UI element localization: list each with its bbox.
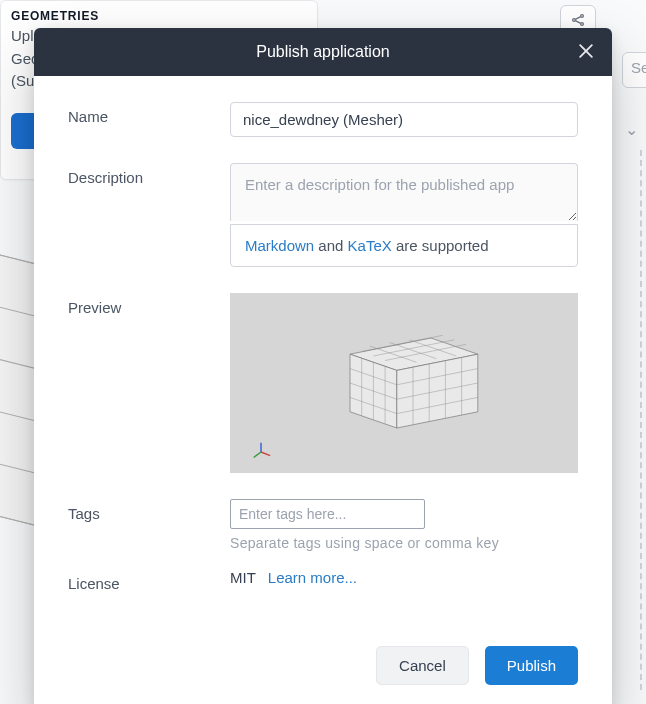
modal-overlay: Publish application Name Description bbox=[0, 0, 646, 704]
svg-line-39 bbox=[254, 452, 261, 458]
name-input[interactable] bbox=[230, 102, 578, 137]
modal-body: Name Description Markdown and KaTeX are … bbox=[34, 76, 612, 628]
tags-help-text: Separate tags using space or comma key bbox=[230, 535, 578, 551]
modal-title: Publish application bbox=[256, 43, 389, 61]
publish-button[interactable]: Publish bbox=[485, 646, 578, 685]
description-textarea[interactable] bbox=[230, 163, 578, 221]
preview-row: Preview bbox=[68, 293, 578, 473]
tags-row: Tags Separate tags using space or comma … bbox=[68, 499, 578, 551]
description-label: Description bbox=[68, 163, 230, 186]
description-help: Markdown and KaTeX are supported bbox=[230, 224, 578, 267]
license-value: MIT bbox=[230, 569, 256, 586]
axes-gizmo-icon bbox=[250, 441, 272, 463]
modal-header: Publish application bbox=[34, 28, 612, 76]
modal-footer: Cancel Publish bbox=[34, 628, 612, 704]
name-label: Name bbox=[68, 102, 230, 125]
name-row: Name bbox=[68, 102, 578, 137]
description-row: Description Markdown and KaTeX are suppo… bbox=[68, 163, 578, 267]
svg-line-38 bbox=[261, 452, 270, 456]
license-learn-more-link[interactable]: Learn more... bbox=[268, 569, 357, 586]
mesh-cube-icon bbox=[314, 318, 494, 448]
tags-input[interactable] bbox=[230, 499, 425, 529]
publish-application-modal: Publish application Name Description bbox=[34, 28, 612, 704]
tags-label: Tags bbox=[68, 499, 230, 522]
preview-image bbox=[230, 293, 578, 473]
license-row: License MIT Learn more... bbox=[68, 569, 578, 592]
cancel-button[interactable]: Cancel bbox=[376, 646, 469, 685]
close-icon bbox=[576, 41, 596, 61]
markdown-link[interactable]: Markdown bbox=[245, 237, 314, 254]
license-label: License bbox=[68, 569, 230, 592]
katex-link[interactable]: KaTeX bbox=[348, 237, 392, 254]
preview-label: Preview bbox=[68, 293, 230, 316]
close-button[interactable] bbox=[570, 35, 602, 67]
